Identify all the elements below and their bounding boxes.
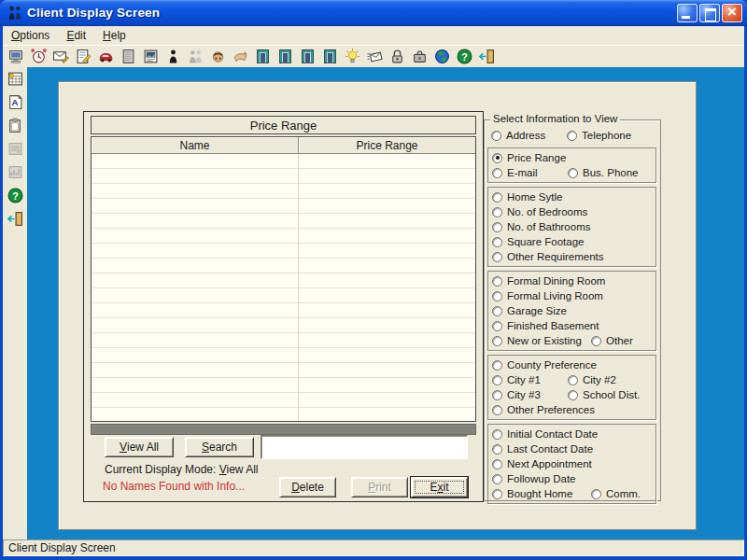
report-gray-icon[interactable] [6,140,24,158]
radio-button[interactable] [568,375,578,385]
close-button[interactable] [722,4,742,22]
globe-icon[interactable] [430,47,453,67]
radio-button-selected[interactable] [492,153,502,163]
radio-button[interactable] [492,237,502,247]
radio-button[interactable] [492,252,502,262]
phone-hand-icon[interactable] [206,47,229,67]
radio-button[interactable] [492,429,502,440]
radio-finished-basement[interactable]: Finished Basement [492,318,599,333]
help-icon[interactable]: ? [6,187,24,204]
table-body[interactable] [92,154,475,421]
radio-button[interactable] [492,459,502,469]
radio-button[interactable] [492,207,502,217]
print-button[interactable]: Print [351,477,408,497]
radio-address[interactable]: Address [491,128,545,143]
radio-button[interactable] [492,336,502,346]
door-icon[interactable] [296,47,318,67]
door-icon[interactable] [251,47,274,67]
radio-telephone[interactable]: Telephone [567,128,631,143]
radio-e-mail[interactable]: E-mail [492,165,538,180]
computer-icon[interactable] [5,47,27,67]
door-icon[interactable] [274,47,296,67]
radio-no-of-bathrooms[interactable]: No. of Bathrooms [492,219,590,234]
people-gray-icon[interactable] [184,47,206,67]
delete-button[interactable]: Delete [279,477,336,497]
radio-next-appointment[interactable]: Next Appointment [492,456,592,471]
radio-button[interactable] [491,131,501,141]
send-mail-icon[interactable] [363,47,386,67]
radio-button[interactable] [492,276,502,287]
radio-button[interactable] [492,222,502,232]
radio-garage-size[interactable]: Garage Size [492,303,567,318]
horizontal-scrollbar[interactable] [91,424,476,435]
radio-button[interactable] [492,405,502,415]
radio-home-sytle[interactable]: Home Sytle [492,189,562,204]
help-icon[interactable]: ? [453,47,475,67]
search-input[interactable] [261,435,468,459]
radio-button[interactable] [567,131,577,141]
radio-other-preferences[interactable]: Other Preferences [492,402,595,417]
radio-button[interactable] [492,291,502,301]
radio-button[interactable] [492,390,502,400]
radio-price-range[interactable]: Price Range [492,150,566,165]
exit-button[interactable]: Exit [411,477,468,497]
radio-button[interactable] [492,375,502,385]
radio-formal-dining-room[interactable]: Formal Dining Room [492,273,605,288]
person-icon[interactable] [162,47,184,67]
view-all-button[interactable]: View All [105,437,174,457]
chart-gray-icon[interactable] [6,163,24,181]
radio-bus-phone[interactable]: Bus. Phone [568,165,638,180]
column-header-price-range[interactable]: Price Range [299,137,475,154]
radio-button[interactable] [591,489,601,499]
radio-city-2[interactable]: City #2 [568,372,616,387]
radio-button[interactable] [568,168,578,178]
radio-last-contact-date[interactable]: Last Contact Date [492,441,593,456]
search-button[interactable]: Search [185,437,254,457]
radio-button[interactable] [492,444,502,455]
padlock-icon[interactable] [386,47,408,67]
case-lock-icon[interactable] [408,47,430,67]
radio-button[interactable] [492,192,502,203]
radio-bought-home[interactable]: Bought Home [492,486,572,501]
note-pen-icon[interactable] [72,47,94,67]
clipboard-icon[interactable] [6,117,24,134]
radio-other-requirements[interactable]: Other Requirements [492,249,604,264]
radio-button[interactable] [492,474,502,484]
radio-no-of-bedrooms[interactable]: No. of Bedrooms [492,204,587,219]
radio-county-preference[interactable]: County Preference [492,357,597,372]
door-icon[interactable] [318,47,341,67]
trash-doc-icon[interactable] [117,47,139,67]
bulb-icon[interactable] [341,47,363,67]
radio-initial-contact-date[interactable]: Initial Contact Date [492,427,598,441]
radio-button[interactable] [492,321,502,331]
exit-door-icon[interactable] [6,210,24,228]
mail-pen-icon[interactable] [49,47,72,67]
radio-button[interactable] [591,336,601,346]
radio-other[interactable]: Other [591,333,633,348]
radio-button[interactable] [492,168,502,178]
pour-hand-icon[interactable] [229,47,251,67]
radio-new-or-existing[interactable]: New or Existing [492,333,582,348]
radio-formal-living-room[interactable]: Formal Living Room [492,288,603,303]
exit-door-icon[interactable] [475,47,498,67]
radio-school-dist[interactable]: School Dist. [568,387,640,402]
radio-button[interactable] [492,360,502,371]
radio-followup-date[interactable]: Followup Date [492,471,576,486]
menu-help[interactable]: Help [94,27,134,44]
menu-edit[interactable]: Edit [58,27,94,44]
column-header-name[interactable]: Name [92,137,299,154]
radio-button[interactable] [568,390,578,400]
radio-button[interactable] [492,489,502,499]
photo-doc-icon[interactable] [139,47,162,67]
minimize-button[interactable] [677,4,698,22]
letter-a-icon[interactable]: A [6,93,24,111]
radio-square-footage[interactable]: Square Footage [492,234,584,249]
car-icon[interactable] [94,47,117,67]
radio-city-3[interactable]: City #3 [492,387,541,402]
radio-city-1[interactable]: City #1 [492,372,541,387]
radio-button[interactable] [492,306,502,316]
radio-comm[interactable]: Comm. [591,486,641,501]
clock-icon[interactable] [27,47,49,67]
maximize-button[interactable] [699,4,720,22]
menu-options[interactable]: Options [3,27,58,44]
